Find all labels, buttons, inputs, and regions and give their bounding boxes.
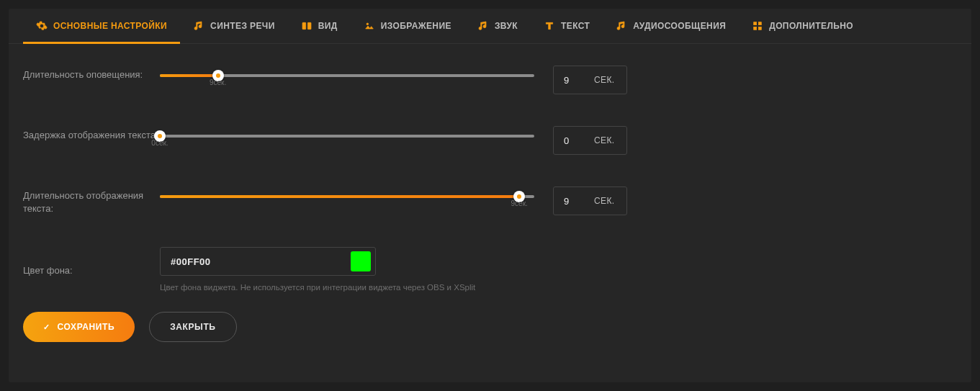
- unit-label: СЕК.: [594, 66, 626, 94]
- label-alert-duration: Длительность оповещения:: [23, 66, 160, 81]
- svg-rect-3: [754, 22, 757, 25]
- slider-text-duration[interactable]: 9сек.: [160, 186, 534, 198]
- tab-advanced[interactable]: ДОПОЛНИТЕЛЬНО: [739, 9, 866, 44]
- label-bg-color: Цвет фона:: [23, 261, 160, 277]
- save-button[interactable]: ✓ СОХРАНИТЬ: [23, 312, 135, 342]
- button-bar: ✓ СОХРАНИТЬ ЗАКРЫТЬ: [9, 312, 971, 342]
- input-text-delay[interactable]: [554, 127, 594, 154]
- settings-panel: ОСНОВНЫЕ НАСТРОЙКИ СИНТЕЗ РЕЧИ ВИД ИЗОБР…: [9, 9, 971, 382]
- tab-label: ВИД: [318, 21, 338, 31]
- tab-main-settings[interactable]: ОСНОВНЫЕ НАСТРОЙКИ: [23, 9, 180, 44]
- tab-label: ОСНОВНЫЕ НАСТРОЙКИ: [53, 21, 167, 31]
- slider-tick: 0сек.: [151, 139, 168, 147]
- color-swatch[interactable]: [351, 251, 371, 271]
- row-text-delay: Задержка отображения текста: 0сек. СЕК.: [23, 126, 957, 155]
- tab-label: ТЕКСТ: [561, 21, 590, 31]
- hint-bg-color: Цвет фона виджета. Не используется при и…: [160, 283, 475, 292]
- slider-text-delay[interactable]: 0сек.: [160, 126, 534, 138]
- slider-tick: 9сек.: [511, 199, 528, 207]
- svg-rect-4: [759, 22, 762, 25]
- value-box-text-delay: СЕК.: [553, 126, 627, 155]
- color-input-box: [160, 247, 376, 276]
- unit-label: СЕК.: [594, 127, 626, 154]
- input-alert-duration[interactable]: [554, 66, 594, 94]
- svg-rect-5: [754, 27, 757, 30]
- svg-point-2: [367, 23, 369, 25]
- input-text-duration[interactable]: [554, 187, 594, 215]
- music-icon: [193, 20, 204, 32]
- check-icon: ✓: [43, 323, 50, 332]
- input-bg-color[interactable]: [171, 256, 351, 267]
- tab-label: СИНТЕЗ РЕЧИ: [210, 21, 275, 31]
- row-text-duration: Длительность отображения текста: 9сек. С…: [23, 186, 957, 215]
- tab-label: ДОПОЛНИТЕЛЬНО: [769, 21, 853, 31]
- music-icon: [616, 20, 627, 32]
- slider-alert-duration[interactable]: 9сек.: [160, 66, 534, 77]
- close-button[interactable]: ЗАКРЫТЬ: [149, 312, 236, 342]
- row-bg-color: Цвет фона: Цвет фона виджета. Не использ…: [23, 247, 957, 292]
- tab-tts[interactable]: СИНТЕЗ РЕЧИ: [180, 9, 288, 44]
- tabs-bar: ОСНОВНЫЕ НАСТРОЙКИ СИНТЕЗ РЕЧИ ВИД ИЗОБР…: [9, 9, 971, 44]
- close-button-label: ЗАКРЫТЬ: [170, 322, 215, 332]
- svg-rect-1: [307, 22, 311, 29]
- tab-image[interactable]: ИЗОБРАЖЕНИЕ: [351, 9, 464, 44]
- music-icon: [477, 20, 489, 32]
- label-text-delay: Задержка отображения текста:: [23, 126, 160, 142]
- slider-tick: 9сек.: [210, 78, 226, 86]
- tab-label: ИЗОБРАЖЕНИЕ: [381, 21, 451, 31]
- text-icon: [544, 20, 555, 32]
- svg-rect-6: [759, 27, 762, 30]
- tab-audio-messages[interactable]: АУДИОСООБЩЕНИЯ: [603, 9, 739, 44]
- unit-label: СЕК.: [594, 187, 626, 215]
- value-box-text-duration: СЕК.: [553, 186, 627, 215]
- label-text-duration: Длительность отображения текста:: [23, 186, 160, 215]
- save-button-label: СОХРАНИТЬ: [58, 322, 115, 332]
- tab-label: АУДИОСООБЩЕНИЯ: [633, 21, 726, 31]
- tab-view[interactable]: ВИД: [288, 9, 351, 44]
- image-icon: [364, 20, 375, 32]
- view-icon: [301, 20, 313, 32]
- tab-label: ЗВУК: [495, 21, 518, 31]
- row-alert-duration: Длительность оповещения: 9сек. СЕК.: [23, 66, 957, 94]
- color-field-wrap: Цвет фона виджета. Не используется при и…: [160, 247, 475, 292]
- value-box-alert-duration: СЕК.: [553, 66, 627, 94]
- tab-sound[interactable]: ЗВУК: [464, 9, 531, 44]
- grid-icon: [752, 20, 763, 32]
- gear-icon: [36, 20, 48, 32]
- tab-text[interactable]: ТЕКСТ: [531, 9, 603, 44]
- settings-content: Длительность оповещения: 9сек. СЕК. Заде…: [9, 44, 971, 292]
- svg-rect-0: [302, 22, 306, 29]
